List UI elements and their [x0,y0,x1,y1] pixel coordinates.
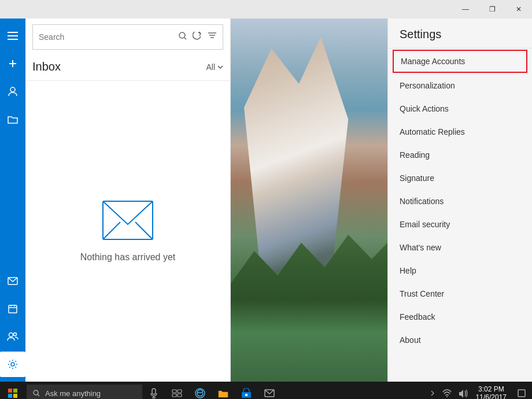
refresh-icon[interactable] [193,32,202,43]
taskbar-search-icon [32,389,40,397]
svg-rect-37 [245,394,247,396]
minimize-button[interactable]: — [452,0,479,19]
all-filter-button[interactable]: All [206,62,223,72]
svg-rect-19 [103,201,153,239]
app-body: Inbox All Nothing has arrived ye [0,19,532,382]
close-button[interactable]: ✕ [505,0,532,19]
svg-rect-1 [8,35,18,36]
account-icon[interactable] [0,79,25,104]
notification-button[interactable] [511,382,532,399]
svg-rect-0 [8,32,18,33]
settings-nav-icon[interactable] [0,352,25,377]
svg-point-12 [14,333,17,336]
svg-rect-31 [172,390,176,393]
settings-item-email-security[interactable]: Email security [388,213,532,236]
settings-item-reading[interactable]: Reading [388,143,532,167]
empty-envelope-icon [102,200,154,241]
search-icons [179,32,217,43]
inbox-title: Inbox [32,60,61,73]
file-explorer-icon[interactable] [213,382,234,399]
calendar-nav-icon[interactable] [0,296,25,322]
microphone-button[interactable] [143,382,164,399]
svg-point-11 [9,333,13,337]
svg-rect-33 [172,394,176,397]
settings-item-automatic-replies[interactable]: Automatic Replies [388,120,532,143]
settings-item-quick-actions[interactable]: Quick Actions [388,97,532,120]
settings-item-trust-center[interactable]: Trust Center [388,282,532,305]
folder-icon[interactable] [0,106,25,132]
svg-line-15 [184,38,186,39]
task-view-button[interactable] [167,382,187,399]
svg-rect-28 [152,389,156,394]
svg-point-26 [34,390,38,395]
mail-taskbar-icon[interactable] [259,382,280,399]
settings-item-signature[interactable]: Signature [388,167,532,190]
background-area [231,19,387,382]
store-icon[interactable] [236,382,257,399]
svg-point-14 [179,32,185,38]
svg-line-27 [38,394,39,396]
volume-icon[interactable] [455,382,471,399]
search-bar[interactable] [32,24,223,50]
svg-point-39 [446,396,448,397]
inbox-header: Inbox All [25,19,230,81]
taskbar-search-text: Ask me anything [45,389,101,398]
edge-browser-icon[interactable] [190,382,210,399]
settings-item-manage-accounts[interactable]: Manage Accounts [393,50,527,73]
mail-nav-icon[interactable] [0,268,25,294]
people-nav-icon[interactable] [0,324,25,349]
maximize-button[interactable]: ❐ [479,0,505,19]
settings-panel: Settings Manage Accounts Personalization… [387,19,532,382]
inbox-title-row: Inbox All [32,56,223,80]
compose-button[interactable] [0,51,25,76]
settings-item-feedback[interactable]: Feedback [388,305,532,328]
taskbar-right: 3:02 PM 11/6/2017 [427,382,532,399]
svg-point-13 [11,363,14,366]
clock[interactable]: 3:02 PM 11/6/2017 [471,382,511,399]
nav-sidebar [0,19,25,382]
empty-state: Nothing has arrived yet [25,81,230,382]
taskbar-search-bar[interactable]: Ask me anything [27,385,142,399]
clock-date: 11/6/2017 [476,393,507,399]
start-button[interactable] [0,382,25,399]
mountain-background [231,19,387,382]
hamburger-menu-button[interactable] [0,23,25,49]
svg-rect-23 [13,389,17,393]
svg-line-21 [135,222,153,239]
svg-rect-2 [8,39,18,40]
svg-point-5 [10,87,15,92]
settings-title: Settings [388,19,532,49]
taskbar: Ask me anything [0,382,532,399]
settings-item-help[interactable]: Help [388,259,532,282]
search-icon [179,32,187,43]
titlebar: — ❐ ✕ [0,0,532,19]
taskbar-app-icons [167,382,280,399]
inbox-panel: Inbox All Nothing has arrived ye [25,19,231,382]
app-window: — ❐ ✕ [0,0,532,382]
filter-label: All [206,62,215,72]
svg-rect-7 [9,305,17,313]
svg-rect-32 [178,390,182,393]
tray-overflow[interactable] [427,382,439,399]
svg-line-20 [103,222,120,239]
settings-item-personalization[interactable]: Personalization [388,74,532,97]
network-icon[interactable] [439,382,455,399]
empty-message: Nothing has arrived yet [80,252,176,263]
window-controls: — ❐ ✕ [452,0,532,19]
filter-icon[interactable] [208,32,217,43]
clock-time: 3:02 PM [478,385,504,393]
settings-item-notifications[interactable]: Notifications [388,190,532,213]
svg-rect-24 [8,394,12,398]
settings-item-about[interactable]: About [388,328,532,352]
search-input[interactable] [39,32,174,42]
svg-rect-40 [518,390,525,397]
svg-rect-34 [178,394,182,397]
svg-rect-25 [13,394,17,398]
settings-item-whats-new[interactable]: What's new [388,236,532,259]
svg-rect-22 [8,389,12,393]
